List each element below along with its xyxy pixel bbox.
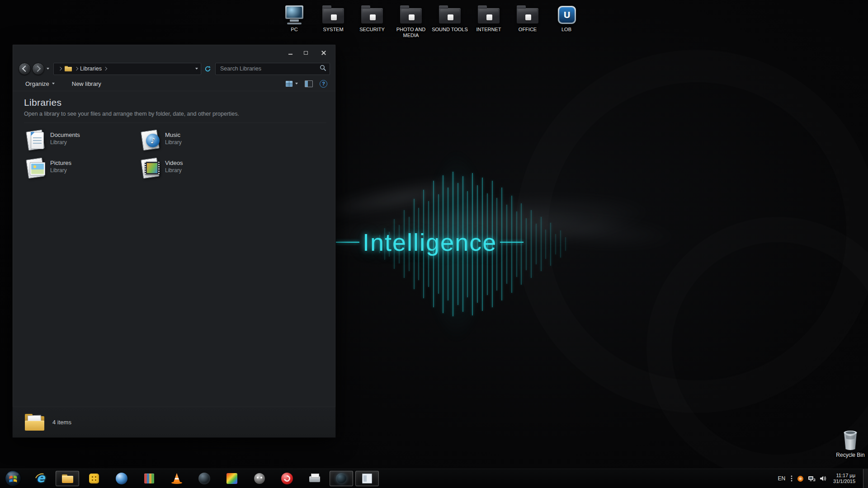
organize-button[interactable]: Organize [25,80,55,87]
media-red-icon [280,472,294,485]
library-kind: Library [50,139,80,145]
desktop-icon-office[interactable]: OFFICE [508,5,547,38]
taskbar-app-vlc[interactable] [164,469,189,488]
desktop-icon-label: SECURITY [359,27,385,33]
taskbar-app-notes[interactable] [355,471,379,486]
library-item-videos[interactable]: VideosLibrary [139,158,254,181]
desktop-icon-label: SOUND TOOLS [432,27,468,33]
tray-app-icon[interactable] [797,475,804,482]
breadcrumb-chevron-icon [58,67,62,70]
pc-icon [282,5,307,25]
page-subtitle: Open a library to see your files and arr… [24,111,326,117]
library-item-music[interactable]: ♪MusicLibrary [139,130,254,153]
address-dropdown[interactable] [195,68,198,70]
system-icon [321,5,345,25]
folder-badge [486,14,492,20]
search-input[interactable] [219,65,320,72]
maximize-button[interactable] [300,49,311,57]
desktop-icon-sound-tools[interactable]: SOUND TOOLS [430,5,469,38]
taskbar-app-dark-browser[interactable] [192,469,217,488]
desktop-icon-security[interactable]: SECURITY [353,5,392,38]
library-name: Music [165,131,182,138]
taskbar-app-media-red[interactable] [274,469,300,488]
refresh-button[interactable] [204,66,211,72]
show-desktop-button[interactable] [863,469,868,488]
wallpaper-title: Intelligence [333,229,527,256]
recent-pages-dropdown[interactable] [47,68,49,70]
vlc-icon [170,472,184,485]
change-view-button[interactable] [286,81,298,87]
taskbar-apps [28,469,379,488]
desktop-icons: PCSYSTEMSECURITYPHOTO AND MEDIASOUND TOO… [275,5,586,38]
minimize-button[interactable] [285,49,296,57]
preview-pane-button[interactable] [305,80,313,87]
taskbar-app-image-editor[interactable] [247,469,272,488]
taskbar-app-network-globe[interactable] [330,471,353,486]
language-indicator[interactable]: EN [777,475,786,482]
volume-icon[interactable] [820,475,826,482]
desktop-icon-internet[interactable]: INTERNET [469,5,508,38]
address-bar[interactable]: Libraries [53,63,201,75]
forward-arrow-icon [34,66,41,72]
file-explorer-icon [61,472,74,485]
desktop-icon-label: PHOTO AND MEDIA [392,27,430,38]
pc-stand [290,19,299,22]
network-icon[interactable] [808,475,816,482]
item-count: 4 items [52,419,71,426]
organize-label: Organize [25,80,49,87]
documents-library-icon [24,130,47,151]
title-bar[interactable] [13,45,335,61]
start-button[interactable] [5,470,22,487]
maximize-icon [304,51,308,55]
desktop-icon-photo-and-media[interactable]: PHOTO AND MEDIA [392,5,430,38]
page-title: Libraries [24,97,326,108]
folder-badge [525,14,531,20]
desktop-icon-system[interactable]: SYSTEM [314,5,353,38]
music-library-icon: ♪ [139,130,161,151]
taskbar-app-print-tools[interactable] [302,469,327,488]
folder-badge [409,14,415,20]
help-button[interactable]: ? [320,80,327,88]
library-name: Videos [165,160,183,166]
search-icon[interactable] [320,65,326,73]
windows-orb-icon [5,470,22,487]
recycle-bin-label: Recycle Bin [836,452,864,458]
libraries-grid: DocumentsLibrary♪MusicLibraryPicturesLib… [24,130,326,181]
clock-time: 11:17 μμ [833,473,855,479]
clock[interactable]: 11:17 μμ 31/1/2015 [833,473,855,484]
taskbar-app-web-browser[interactable] [109,469,134,488]
photo-and-media-icon [399,5,423,25]
library-name: Documents [50,131,80,138]
desktop-icon-label: OFFICE [519,27,537,33]
internet-icon [476,5,501,25]
status-bar: 4 items [13,407,335,437]
desktop-icon-lob[interactable]: ULOB [547,5,586,38]
taskbar-app-games[interactable] [81,469,107,488]
menu-dots-icon[interactable] [790,475,793,482]
library-item-pictures[interactable]: PicturesLibrary [24,158,139,181]
internet-explorer-icon [34,472,47,485]
close-button[interactable] [318,49,329,57]
desktop-icon-pc[interactable]: PC [275,5,314,38]
details-folder-icon [24,413,45,432]
taskbar-app-color-app[interactable] [219,469,245,488]
taskbar-app-media-library[interactable] [137,469,162,488]
breadcrumb-libraries[interactable]: Libraries [80,66,102,72]
library-kind: Library [50,167,71,174]
refresh-icon [204,66,211,72]
folder-content: Libraries Open a library to see your fil… [13,91,335,407]
desktop-icon-label: INTERNET [476,27,501,33]
back-button[interactable] [19,63,31,75]
new-library-button[interactable]: New library [72,80,101,87]
wallpaper-text: Intelligence [363,229,497,256]
content-header: Libraries Open a library to see your fil… [24,97,326,123]
folder-badge [448,14,453,20]
sound-tools-icon [438,5,462,25]
command-bar-right: ? [286,80,327,88]
taskbar-app-file-explorer[interactable] [56,471,79,486]
taskbar-app-internet-explorer[interactable] [28,469,53,488]
security-icon [360,5,384,25]
forward-button[interactable] [32,63,44,75]
library-item-documents[interactable]: DocumentsLibrary [24,130,139,153]
recycle-bin[interactable]: Recycle Bin [833,428,868,458]
